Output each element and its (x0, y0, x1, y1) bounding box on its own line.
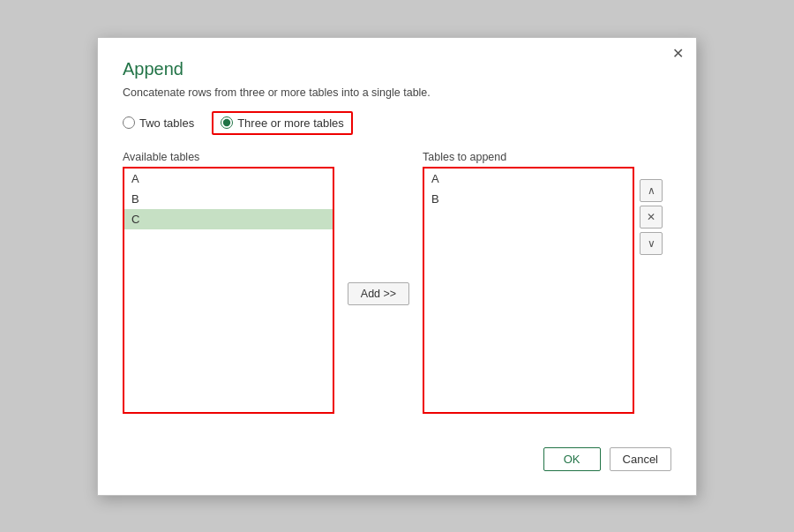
radio-two-tables[interactable]: Two tables (123, 116, 194, 130)
tables-to-append-list[interactable]: AB (423, 167, 634, 414)
radio-two-tables-input[interactable] (123, 116, 135, 129)
dialog-title: Append (123, 59, 671, 79)
tables-to-append-section: Tables to append AB (423, 151, 634, 414)
append-table-item[interactable]: A (424, 169, 633, 189)
remove-button[interactable]: ✕ (640, 206, 663, 229)
right-section: Tables to append AB ∧ ✕ ∨ (423, 151, 663, 414)
close-button[interactable]: ✕ (672, 47, 684, 61)
radio-group: Two tables Three or more tables (123, 111, 671, 135)
right-controls: ∧ ✕ ∨ (640, 170, 663, 255)
append-table-item[interactable]: B (424, 189, 633, 209)
ok-button[interactable]: OK (543, 447, 601, 471)
add-button[interactable]: Add >> (348, 282, 409, 305)
radio-two-tables-label: Two tables (139, 116, 194, 130)
move-up-button[interactable]: ∧ (640, 179, 663, 202)
move-down-button[interactable]: ∨ (640, 232, 663, 255)
dialog-subtitle: Concatenate rows from three or more tabl… (123, 86, 671, 99)
lists-area: Available tables ABC Add >> Tables to ap… (123, 151, 671, 417)
radio-three-tables-label: Three or more tables (237, 116, 344, 130)
available-table-item[interactable]: C (124, 209, 333, 229)
radio-three-or-more-tables[interactable]: Three or more tables (212, 111, 353, 135)
tables-to-append-label: Tables to append (423, 151, 634, 163)
middle-area: Add >> (334, 170, 423, 417)
available-tables-section: Available tables ABC (123, 151, 334, 414)
append-dialog: ✕ Append Concatenate rows from three or … (97, 37, 697, 496)
dialog-footer: OK Cancel (123, 438, 671, 471)
radio-three-tables-input[interactable] (221, 116, 233, 129)
cancel-button[interactable]: Cancel (610, 447, 671, 471)
available-tables-list[interactable]: ABC (123, 167, 334, 414)
available-table-item[interactable]: A (124, 169, 333, 189)
available-tables-label: Available tables (123, 151, 334, 163)
available-table-item[interactable]: B (124, 189, 333, 209)
